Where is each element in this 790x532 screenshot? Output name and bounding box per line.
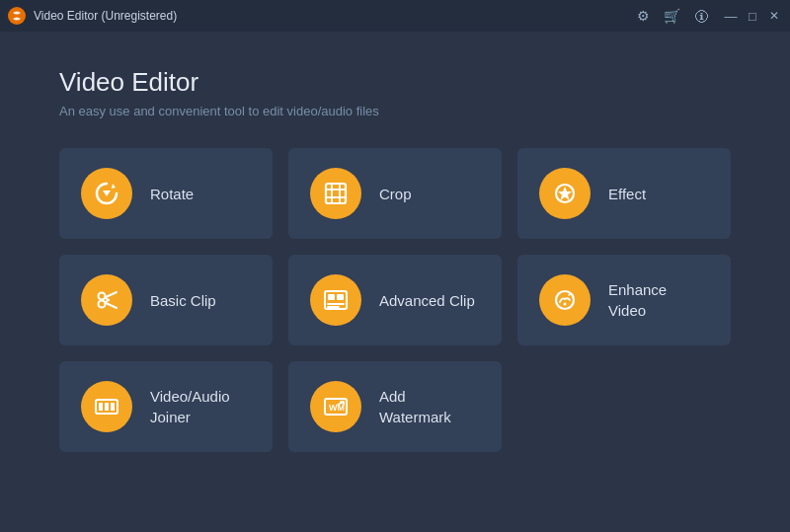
svg-point-8: [99, 293, 106, 300]
title-bar: Video Editor (Unregistered) ⚙ 🛒 🛈 — □ ✕: [0, 0, 790, 32]
cart-icon[interactable]: 🛒: [664, 8, 680, 24]
video-audio-joiner-label: Video/Audio Joiner: [150, 386, 230, 427]
svg-rect-22: [99, 403, 103, 411]
svg-marker-7: [558, 187, 572, 200]
page-title: Video Editor: [59, 67, 731, 98]
main-content: Video Editor An easy use and convenient …: [0, 32, 790, 482]
window-controls: — □ ✕: [723, 8, 782, 24]
crop-icon: [322, 180, 350, 207]
crop-label: Crop: [379, 184, 412, 204]
basic-clip-label: Basic Clip: [150, 290, 216, 311]
info-icon[interactable]: 🛈: [694, 8, 709, 25]
enhance-video-card[interactable]: Enhance Video: [517, 255, 731, 345]
svg-rect-15: [328, 294, 335, 300]
rotate-card[interactable]: Rotate: [59, 148, 273, 239]
rotate-label: Rotate: [150, 184, 194, 204]
app-logo-icon: [8, 7, 26, 25]
advanced-clip-card[interactable]: Advanced Clip: [288, 255, 502, 345]
advanced-clip-icon: [322, 286, 350, 314]
svg-point-0: [8, 7, 26, 25]
svg-point-20: [564, 303, 567, 306]
svg-line-10: [105, 292, 117, 298]
effect-icon: [551, 180, 579, 207]
crop-icon-circle: [310, 168, 361, 219]
effect-icon-circle: [539, 168, 591, 219]
joiner-icon: [93, 393, 120, 420]
svg-line-11: [105, 303, 117, 309]
page-subtitle: An easy use and convenient tool to edit …: [59, 104, 731, 118]
crop-card[interactable]: Crop: [288, 148, 502, 239]
video-audio-joiner-card[interactable]: Video/Audio Joiner: [59, 361, 273, 452]
close-button[interactable]: ✕: [766, 8, 782, 24]
tools-grid: Rotate Crop Eff: [59, 148, 731, 452]
svg-rect-16: [337, 294, 344, 300]
settings-icon[interactable]: ⚙: [637, 8, 650, 24]
joiner-icon-circle: [81, 381, 132, 432]
effect-card[interactable]: Effect: [517, 148, 731, 239]
app-title: Video Editor (Unregistered): [34, 9, 177, 23]
title-bar-right: ⚙ 🛒 🛈 — □ ✕: [637, 8, 782, 25]
svg-rect-1: [326, 184, 346, 203]
svg-rect-24: [111, 403, 115, 411]
advanced-clip-label: Advanced Clip: [379, 290, 475, 311]
empty-cell: [517, 361, 731, 452]
scissors-icon: [93, 286, 120, 314]
basic-clip-card[interactable]: Basic Clip: [59, 255, 273, 345]
basic-clip-icon-circle: [81, 274, 132, 326]
enhance-icon: [551, 286, 579, 314]
add-watermark-label: Add Watermark: [379, 386, 451, 427]
add-watermark-card[interactable]: WM Add Watermark: [288, 361, 502, 452]
effect-label: Effect: [608, 184, 646, 204]
watermark-icon-circle: WM: [310, 381, 361, 432]
watermark-icon: WM: [322, 393, 350, 420]
svg-point-9: [99, 301, 106, 308]
minimize-button[interactable]: —: [723, 8, 739, 24]
enhance-video-label: Enhance Video: [608, 279, 667, 321]
svg-text:WM: WM: [329, 403, 345, 413]
rotate-icon-circle: [81, 168, 132, 219]
svg-line-13: [105, 300, 109, 303]
maximize-button[interactable]: □: [745, 8, 760, 24]
title-bar-left: Video Editor (Unregistered): [8, 7, 177, 25]
svg-rect-23: [105, 403, 109, 411]
advanced-clip-icon-circle: [310, 274, 361, 326]
enhance-video-icon-circle: [539, 274, 591, 326]
rotate-icon: [93, 180, 120, 207]
